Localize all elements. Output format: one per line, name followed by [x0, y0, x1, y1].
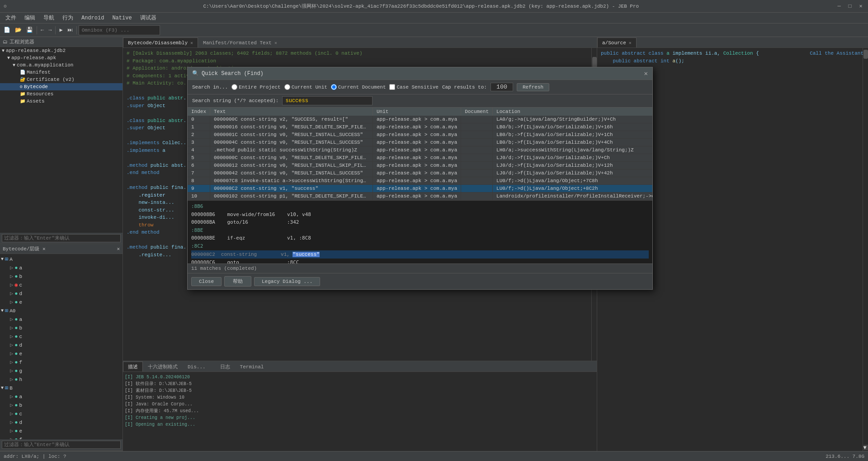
bh-item-A0-g[interactable]: ▷●g: [1, 367, 122, 375]
radio-entire-project[interactable]: Entire Project: [231, 84, 280, 90]
tb-open[interactable]: 📂: [13, 26, 24, 34]
dialog-close-btn[interactable]: ✕: [644, 70, 648, 77]
help-button[interactable]: 帮助: [224, 276, 251, 287]
table-row[interactable]: 1 00000016 const-string v0, "RESULT_DELE…: [188, 123, 652, 131]
bh-item-B-c[interactable]: ▷●c: [1, 409, 122, 418]
tb-step[interactable]: ⏭: [66, 26, 75, 34]
table-row[interactable]: 10 00000102 const-string p1, "RESULT_DEL…: [188, 193, 652, 200]
tb-new[interactable]: 📄: [2, 26, 12, 34]
bh-item-A-b[interactable]: ▷●b: [1, 272, 122, 281]
table-row[interactable]: 8 000007C8 invoke-static a->successWithS…: [188, 177, 652, 185]
search-string-input[interactable]: [282, 96, 373, 105]
bh-item-B-a[interactable]: ▷●a: [1, 392, 122, 401]
bh-item-B-e[interactable]: ▷●e: [1, 427, 122, 435]
refresh-button[interactable]: Refresh: [517, 83, 549, 91]
tab-source[interactable]: a/Source ✕: [597, 38, 637, 47]
toolbar-sep-2: [55, 26, 56, 34]
tab-log[interactable]: 日志: [215, 362, 235, 372]
tb-run[interactable]: ▶: [57, 26, 64, 34]
tab-close-disassembly[interactable]: ✕: [190, 40, 193, 46]
table-row[interactable]: 2 0000001C const-string v0, "RESULT_INST…: [188, 131, 652, 139]
close-button[interactable]: Close: [191, 277, 222, 286]
tab-hex[interactable]: 十六进制格式: [143, 362, 183, 372]
checkbox-case-sensitive[interactable]: Case Sensitive: [389, 84, 438, 90]
table-row[interactable]: 7 00000042 const-string v0, "RESULT_INST…: [188, 169, 652, 177]
tree-item-bytecode[interactable]: ⚙ Bytecode: [0, 83, 123, 90]
bh-item-A0-e[interactable]: ▷●e: [1, 349, 122, 358]
menu-file[interactable]: 文件: [2, 13, 20, 23]
bytecode-hierarchy-close[interactable]: ✕: [117, 246, 120, 252]
radio-current-unit-input[interactable]: [284, 84, 290, 90]
bh-item-A-a[interactable]: ▷●a: [1, 263, 122, 272]
quick-search-dialog[interactable]: 🔍 Quick Search (Find) ✕ Search in... Ent…: [187, 67, 653, 290]
tree-item-assets[interactable]: 📁 Assets: [0, 98, 123, 105]
bh-item-A0-f[interactable]: ▷●f: [1, 358, 122, 367]
bh-item-A0-a[interactable]: ▷●a: [1, 315, 122, 324]
bh-item-B-b[interactable]: ▷●b: [1, 401, 122, 409]
bh-item-A-e[interactable]: ▷●e: [1, 298, 122, 306]
bh-item-A-c[interactable]: ▷◉c: [1, 281, 122, 289]
menu-native[interactable]: Native: [108, 14, 135, 22]
bh-item-A0-h[interactable]: ▷●h: [1, 375, 122, 384]
source-scrollbar-thumb[interactable]: [863, 50, 868, 59]
tb-save[interactable]: 💾: [24, 26, 35, 34]
toolbar-sep-1: [37, 26, 37, 34]
menu-debugger[interactable]: 调试器: [137, 13, 160, 23]
table-row[interactable]: 4 .method public static successWithStrin…: [188, 146, 652, 154]
tab-manifest[interactable]: Manifest/Formatted Text ✕: [198, 38, 282, 47]
call-assistant-btn[interactable]: Call the Assistant: [810, 51, 863, 56]
legacy-dialog-button[interactable]: Legacy Dialog ...: [254, 277, 320, 286]
radio-current-document[interactable]: Current Document: [331, 84, 386, 90]
bh-item-A0-b[interactable]: ▷●b: [1, 324, 122, 332]
menu-android[interactable]: Android: [78, 14, 108, 22]
source-tab-close[interactable]: ✕: [629, 40, 632, 46]
tab-terminal[interactable]: Terminal: [235, 362, 269, 372]
tab-describe[interactable]: 描述: [123, 362, 143, 372]
source-scrollbar-arrow-down[interactable]: ▼: [863, 445, 868, 450]
table-row[interactable]: 9 000008C2 const-string v1, "success" ap…: [188, 185, 652, 193]
tree-item-apk[interactable]: ▼ app-release.apk: [0, 54, 123, 61]
maximize-button[interactable]: □: [846, 3, 854, 10]
tb-back[interactable]: ←: [39, 26, 46, 34]
tab-bytecode-disassembly[interactable]: Bytecode/Disassembly ✕: [123, 38, 198, 47]
menu-edit[interactable]: 编辑: [21, 13, 39, 23]
minimize-button[interactable]: ─: [835, 3, 843, 10]
bottom-tab-bar: 描述 十六进制格式 Dis... 日志 Terminal: [123, 361, 597, 372]
table-row[interactable]: 0 0000000C const-string v2, "SUCCESS, re…: [188, 116, 652, 123]
radio-current-unit[interactable]: Current Unit: [284, 84, 327, 90]
radio-current-document-input[interactable]: [331, 84, 337, 90]
bh-item-A[interactable]: ▼ ⊞ A: [1, 255, 122, 263]
table-row[interactable]: 3 0000004C const-string v0, "RESULT_INST…: [188, 139, 652, 146]
cell-location: LJ0/d;->f(ILjava/io/Serializable;)V+42h: [493, 169, 652, 177]
table-row[interactable]: 5 0000000C const-string v0, "RESULT_DELE…: [188, 154, 652, 162]
bh-item-A0[interactable]: ▼ ⊞ A0: [1, 306, 122, 315]
omnibox-input[interactable]: [79, 25, 160, 35]
close-button[interactable]: ✕: [857, 3, 864, 10]
tb-forward[interactable]: →: [47, 26, 53, 34]
tree-item-resources[interactable]: 📁 Resources: [0, 90, 123, 98]
bh-item-A0-d[interactable]: ▷●d: [1, 341, 122, 349]
menu-action[interactable]: 行为: [59, 13, 77, 23]
tree-item-package[interactable]: ▼ com.a.myapplication: [0, 61, 123, 69]
tab-close-manifest[interactable]: ✕: [274, 40, 277, 46]
tree-item-cert[interactable]: 🔐 Certificate (v2): [0, 76, 123, 83]
preview-code-line: 000008BA goto/16 :342: [191, 218, 649, 226]
bh-item-B[interactable]: ▼ ⊞ B: [1, 384, 122, 392]
bh-item-B-d[interactable]: ▷●d: [1, 418, 122, 427]
tree-item-jdb2[interactable]: ▼ app-release.apk.jdb2: [0, 47, 123, 54]
bytecode-filter-input[interactable]: [2, 441, 121, 449]
bh-item-A-d[interactable]: ▷●d: [1, 289, 122, 298]
tab-dis2[interactable]: Dis...: [183, 362, 211, 372]
project-filter-input[interactable]: [2, 234, 121, 242]
bh-item-B-f[interactable]: ▷●f: [1, 435, 122, 439]
source-scrollbar-v[interactable]: ▼: [863, 48, 868, 451]
cap-results-input[interactable]: [491, 83, 513, 91]
table-row[interactable]: 6 00000012 const-string v0, "RESULT_INST…: [188, 162, 652, 169]
case-sensitive-checkbox[interactable]: [389, 84, 395, 90]
radio-entire-project-input[interactable]: [231, 84, 237, 90]
menu-nav[interactable]: 导航: [40, 13, 58, 23]
tree-item-manifest[interactable]: 📄 Manifest: [0, 69, 123, 76]
preview-code-line: :8C2: [191, 242, 649, 250]
bh-item-A0-c[interactable]: ▷●c: [1, 332, 122, 341]
cell-text: 0000004C const-string v0, "RESULT_INSTAL…: [210, 139, 373, 146]
